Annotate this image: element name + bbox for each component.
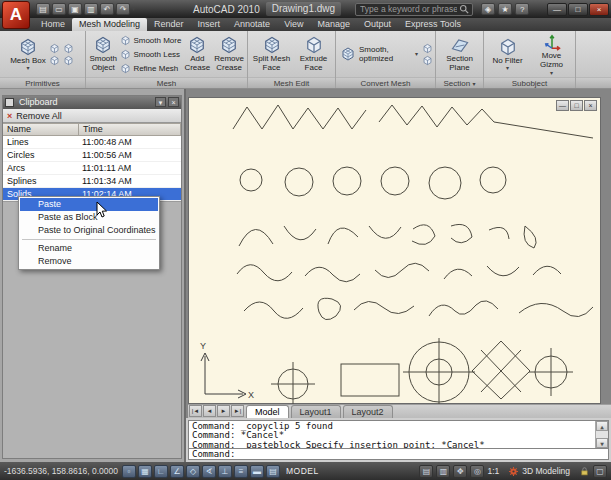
snap-toggle[interactable]: ▫	[122, 465, 136, 478]
panel-title-mesh-edit[interactable]: Mesh Edit	[248, 77, 335, 88]
menu-item-rename[interactable]: Rename	[20, 242, 158, 255]
open-button-icon[interactable]: ▭	[52, 3, 66, 15]
remove-all-button[interactable]: Remove All	[16, 111, 62, 121]
split-mesh-face-button[interactable]: Split Mesh Face	[251, 32, 293, 76]
command-prompt[interactable]: Command:	[188, 449, 609, 460]
panel-title-subobject[interactable]: Subobject	[484, 77, 575, 88]
maximize-button[interactable]: □	[568, 3, 588, 16]
pan-icon[interactable]: ✥	[453, 465, 467, 478]
remove-crease-button[interactable]: Remove Crease	[213, 32, 245, 76]
plot-button-icon[interactable]: ▥	[84, 3, 98, 15]
refine-mesh-button[interactable]: Refine Mesh	[120, 62, 181, 75]
lwt-toggle[interactable]: ▬	[250, 465, 264, 478]
panel-title-mesh[interactable]: Mesh	[86, 77, 247, 88]
move-gizmo-button[interactable]: Move Gizmo ▾	[531, 32, 573, 76]
palette-properties-button[interactable]: ▾	[155, 97, 166, 107]
column-header-name[interactable]: Name	[3, 123, 79, 136]
table-row-arcs[interactable]: Arcs 11:01:11 AM	[3, 162, 181, 175]
primitive-cone-icon[interactable]	[49, 43, 60, 54]
qnew-button-icon[interactable]: ▤	[36, 3, 50, 15]
tab-insert[interactable]: Insert	[191, 18, 228, 31]
command-scrollbar[interactable]: ▲ ▼	[595, 421, 608, 448]
close-button[interactable]: ×	[589, 3, 609, 16]
mesh-box-button[interactable]: Mesh Box ▾	[9, 32, 47, 76]
primitive-pyramid-icon[interactable]	[49, 55, 60, 66]
menu-item-paste-as-block[interactable]: Paste as Block	[20, 211, 158, 224]
table-row-circles[interactable]: Circles 11:00:56 AM	[3, 149, 181, 162]
ducs-toggle[interactable]: ⊥	[218, 465, 232, 478]
add-crease-button[interactable]: Add Crease	[183, 32, 211, 76]
model-space-button[interactable]: MODEL	[282, 466, 323, 476]
polar-toggle[interactable]: ∠	[170, 465, 184, 478]
menu-item-paste-original-coords[interactable]: Paste to Original Coordinates	[20, 224, 158, 237]
palette-close-button[interactable]: ×	[168, 97, 179, 107]
undo-button-icon[interactable]: ↶	[100, 3, 114, 15]
clipboard-palette-titlebar[interactable]: Clipboard ▾ ×	[3, 96, 181, 109]
tab-manage[interactable]: Manage	[310, 18, 357, 31]
menu-item-remove[interactable]: Remove	[20, 255, 158, 268]
annotation-scale-control[interactable]: 1:1 ▾	[487, 466, 505, 476]
layout-nav-last-icon[interactable]: ►|	[231, 405, 244, 417]
zoom-icon[interactable]: ◎	[470, 465, 484, 478]
column-header-time[interactable]: Time	[79, 123, 181, 136]
scroll-down-icon[interactable]: ▼	[596, 438, 608, 448]
tab-layout2[interactable]: Layout2	[343, 405, 393, 418]
table-row-lines[interactable]: Lines 11:00:48 AM	[3, 136, 181, 149]
quick-view-layouts-icon[interactable]: ▤	[419, 465, 433, 478]
extrude-face-button[interactable]: Extrude Face	[295, 32, 333, 76]
ortho-toggle[interactable]: ∟	[154, 465, 168, 478]
table-row-splines[interactable]: Splines 11:01:34 AM	[3, 175, 181, 188]
menu-item-paste[interactable]: Paste	[20, 198, 158, 211]
osnap-toggle[interactable]: ◇	[186, 465, 200, 478]
coordinates-readout[interactable]: -1636.5936, 158.8616, 0.0000	[4, 466, 120, 476]
panel-title-section[interactable]: Section ▾	[436, 77, 483, 88]
drawing-minimize-button[interactable]: —	[556, 100, 569, 111]
drawing-close-button[interactable]: ×	[584, 100, 597, 111]
layout-nav-next-icon[interactable]: ►	[217, 405, 230, 417]
section-plane-button[interactable]: Section Plane	[439, 32, 481, 76]
tab-view[interactable]: View	[277, 18, 310, 31]
smooth-more-button[interactable]: Smooth More	[120, 34, 181, 47]
redo-button-icon[interactable]: ↷	[116, 3, 130, 15]
grid-toggle[interactable]: ▦	[138, 465, 152, 478]
primitive-sphere-icon[interactable]	[63, 55, 74, 66]
tab-annotate[interactable]: Annotate	[227, 18, 277, 31]
clean-screen-icon[interactable]: ▢	[593, 465, 607, 478]
smooth-less-button[interactable]: Smooth Less	[120, 48, 181, 61]
search-input[interactable]	[358, 3, 459, 15]
command-history[interactable]: Command: _copyclip 5 found Command: *Can…	[188, 420, 609, 449]
otrack-toggle[interactable]: ∢	[202, 465, 216, 478]
drawing-restore-button[interactable]: □	[570, 100, 583, 111]
smooth-object-button[interactable]: Smooth Object	[88, 32, 118, 76]
workspace-switcher[interactable]: 3D Modeling ▾	[508, 466, 576, 477]
convert-option-icon-1[interactable]	[422, 43, 433, 54]
help-icon[interactable]: ?	[515, 3, 529, 15]
tab-home[interactable]: Home	[34, 18, 72, 31]
qat-customize-caret-icon[interactable]: ▾	[132, 6, 135, 12]
dyn-toggle[interactable]: ≡	[234, 465, 248, 478]
minimize-button[interactable]: —	[547, 3, 567, 16]
tab-model[interactable]: Model	[246, 405, 289, 418]
communication-center-icon[interactable]: ◈	[481, 3, 495, 15]
panel-title-primitives[interactable]: Primitives	[0, 77, 85, 88]
no-filter-button[interactable]: No Filter ▾	[487, 32, 529, 76]
toolbar-lock-icon[interactable]	[579, 466, 590, 477]
application-menu-button[interactable]: A	[2, 1, 30, 29]
tab-layout1[interactable]: Layout1	[291, 405, 341, 418]
tab-render[interactable]: Render	[147, 18, 191, 31]
favorites-star-icon[interactable]: ★	[498, 3, 512, 15]
model-space-canvas[interactable]: — □ ×	[188, 97, 601, 404]
smooth-optimized-button[interactable]: Smooth, optimized ▾	[338, 41, 420, 67]
save-button-icon[interactable]: ▣	[68, 3, 82, 15]
convert-option-icon-2[interactable]	[422, 55, 433, 66]
primitive-cylinder-icon[interactable]	[63, 43, 74, 54]
qp-toggle[interactable]: ▤	[266, 465, 280, 478]
panel-title-convert-mesh[interactable]: Convert Mesh	[336, 77, 435, 88]
layout-nav-first-icon[interactable]: |◄	[189, 405, 202, 417]
quick-view-drawings-icon[interactable]: ▥	[436, 465, 450, 478]
scroll-up-icon[interactable]: ▲	[596, 421, 608, 431]
tab-express-tools[interactable]: Express Tools	[398, 18, 468, 31]
layout-nav-prev-icon[interactable]: ◄	[203, 405, 216, 417]
search-icon[interactable]	[459, 4, 470, 15]
tab-output[interactable]: Output	[357, 18, 398, 31]
